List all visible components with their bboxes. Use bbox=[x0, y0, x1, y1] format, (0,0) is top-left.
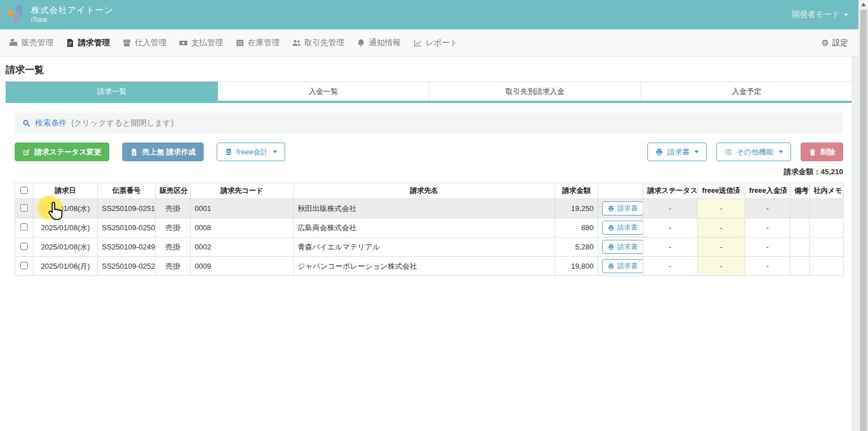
billing-total-label: 請求金額： bbox=[784, 167, 820, 176]
cell-status: - bbox=[643, 199, 698, 218]
table-header-row: 請求日 伝票番号 販売区分 請求先コード 請求先名 請求金額 請求ステータス f… bbox=[15, 183, 844, 199]
cell-freee-paid: - bbox=[745, 218, 790, 238]
table-row[interactable]: 2025/01/06(月) SS250109-0252 売掛 0009 ジャパン… bbox=[15, 257, 844, 276]
create-invoice-no-sales-button[interactable]: 売上無 請求作成 bbox=[122, 143, 204, 161]
col-header-customer-name: 請求先名 bbox=[294, 183, 555, 199]
cell-freee-paid: - bbox=[745, 257, 790, 276]
change-status-button[interactable]: 請求ステータス変更 bbox=[15, 143, 109, 161]
tab-partner-billing[interactable]: 取引先別請求入金 bbox=[429, 81, 641, 101]
col-header-freee-paid: freee入金済 bbox=[745, 183, 790, 199]
nav-item-purchasing[interactable]: 仕入管理 bbox=[122, 38, 166, 48]
delete-button[interactable]: 削除 bbox=[801, 143, 843, 161]
tab-invoice-list[interactable]: 請求一覧 bbox=[6, 81, 218, 101]
cell-freee-paid: - bbox=[745, 238, 790, 257]
cell-customer-code: 0009 bbox=[191, 257, 294, 276]
row-checkbox[interactable] bbox=[20, 243, 28, 250]
other-functions-dropdown[interactable]: その他機能 bbox=[716, 143, 791, 161]
billing-total: 請求金額：45,210 bbox=[15, 167, 843, 177]
nav-label: 仕入管理 bbox=[135, 38, 166, 48]
row-invoice-button[interactable]: 請求書 bbox=[602, 240, 643, 254]
bell-icon bbox=[356, 38, 366, 48]
nav-label: 在庫管理 bbox=[248, 38, 280, 48]
printer-icon bbox=[608, 205, 615, 212]
main-nav: 販売管理 請求管理 仕入管理 支払管理 在庫管理 取引先管理 通知情報 レポート… bbox=[0, 29, 858, 57]
nav-item-sales[interactable]: 販売管理 bbox=[9, 38, 53, 48]
list-icon bbox=[724, 148, 732, 156]
trash-icon bbox=[809, 148, 817, 156]
row-checkbox[interactable] bbox=[20, 223, 28, 231]
col-header-memo: 社内メモ bbox=[810, 183, 844, 199]
scrollbar-thumb[interactable] bbox=[860, 10, 867, 431]
nav-item-settings[interactable]: ⚙ 設定 bbox=[822, 38, 848, 48]
cell-slip-number: SS250109-0250 bbox=[98, 218, 156, 238]
nav-item-partners[interactable]: 取引先管理 bbox=[292, 38, 344, 48]
select-all-checkbox[interactable] bbox=[20, 187, 28, 194]
row-checkbox[interactable] bbox=[20, 262, 28, 269]
cell-sales-type: 売掛 bbox=[156, 199, 191, 218]
cell-date: 2025/01/06(月) bbox=[33, 257, 98, 276]
cell-slip-number: SS250109-0251 bbox=[98, 199, 156, 218]
cell-date: 2025/01/08(水) bbox=[33, 218, 98, 238]
tab-deposit-schedule[interactable]: 入金予定 bbox=[641, 81, 853, 101]
store-icon bbox=[122, 38, 131, 48]
row-invoice-button[interactable]: 請求書 bbox=[602, 259, 643, 273]
nav-label: レポート bbox=[426, 38, 458, 48]
cell-customer-code: 0002 bbox=[191, 238, 294, 257]
chart-icon bbox=[413, 38, 422, 48]
scrollbar-up-arrow-icon[interactable] bbox=[861, 3, 866, 6]
nav-item-inventory[interactable]: 在庫管理 bbox=[235, 38, 280, 48]
nav-label: 支払管理 bbox=[191, 38, 223, 48]
row-invoice-button[interactable]: 請求書 bbox=[602, 221, 643, 235]
nav-item-billing[interactable]: 請求管理 bbox=[66, 38, 110, 48]
cell-slip-number: SS250109-0252 bbox=[98, 257, 156, 276]
database-icon bbox=[225, 148, 233, 156]
app-logo bbox=[8, 5, 25, 24]
content-panel: 検索条件 (クリックすると開閉します) 請求ステータス変更 売上無 請求作成 f… bbox=[6, 103, 853, 431]
cell-freee-sent: - bbox=[698, 218, 745, 238]
button-label: 請求書 bbox=[617, 261, 638, 271]
button-label: freee会計 bbox=[237, 147, 268, 157]
company-name: 株式会社アイトーン bbox=[31, 5, 113, 16]
printer-icon bbox=[608, 263, 615, 270]
tab-deposit-list[interactable]: 入金一覧 bbox=[218, 81, 429, 101]
vertical-scrollbar[interactable] bbox=[858, 0, 868, 431]
cell-memo bbox=[810, 257, 844, 276]
button-label: 請求書 bbox=[617, 223, 638, 232]
billing-total-value: 45,210 bbox=[820, 167, 843, 176]
search-icon bbox=[23, 119, 31, 127]
tab-bar: 請求一覧 入金一覧 取引先別請求入金 入金予定 bbox=[6, 81, 853, 103]
cell-customer-code: 0001 bbox=[191, 199, 294, 218]
app-header: 株式会社アイトーン iTone 開発者モード bbox=[0, 0, 858, 29]
nav-item-reports[interactable]: レポート bbox=[413, 38, 458, 48]
user-mode-menu[interactable]: 開発者モード bbox=[792, 10, 848, 20]
cell-status: - bbox=[643, 238, 698, 257]
cell-customer-name: 広島商会株式会社 bbox=[294, 218, 555, 238]
table-row[interactable]: 2025/01/08(水) SS250109-0249 売掛 0002 青森バイ… bbox=[15, 238, 844, 257]
cell-slip-number: SS250109-0249 bbox=[98, 238, 156, 257]
table-row[interactable]: 2025/01/08(水) SS250109-0250 売掛 0008 広島商会… bbox=[15, 218, 844, 238]
col-header-slip-number: 伝票番号 bbox=[98, 183, 156, 199]
freee-accounting-dropdown[interactable]: freee会計 bbox=[217, 143, 286, 161]
nav-item-payments[interactable]: 支払管理 bbox=[179, 38, 223, 48]
nav-label: 取引先管理 bbox=[304, 38, 344, 48]
invoice-icon bbox=[66, 38, 75, 48]
search-conditions-toggle[interactable]: 検索条件 (クリックすると開閉します) bbox=[15, 113, 843, 134]
nav-item-notifications[interactable]: 通知情報 bbox=[356, 38, 401, 48]
file-icon bbox=[130, 148, 138, 156]
nav-label: 設定 bbox=[832, 38, 848, 48]
cell-sales-type: 売掛 bbox=[156, 257, 191, 276]
cell-customer-code: 0008 bbox=[191, 218, 294, 238]
invoice-print-dropdown[interactable]: 請求書 bbox=[647, 143, 707, 161]
cell-sales-type: 売掛 bbox=[156, 218, 191, 238]
row-invoice-button[interactable]: 請求書 bbox=[602, 201, 643, 215]
cell-customer-name: 秋田出版株式会社 bbox=[294, 199, 555, 218]
cell-memo bbox=[810, 218, 844, 238]
logo-shape-gray bbox=[13, 14, 19, 23]
table-row[interactable]: 2025/01/08(水) SS250109-0251 売掛 0001 秋田出版… bbox=[15, 199, 844, 218]
page-edge-strip bbox=[852, 57, 858, 431]
cell-freee-sent: - bbox=[698, 257, 745, 276]
user-mode-label: 開発者モード bbox=[792, 10, 840, 20]
cell-memo bbox=[810, 238, 844, 257]
row-checkbox[interactable] bbox=[20, 204, 28, 212]
button-label: 売上無 請求作成 bbox=[142, 147, 196, 157]
